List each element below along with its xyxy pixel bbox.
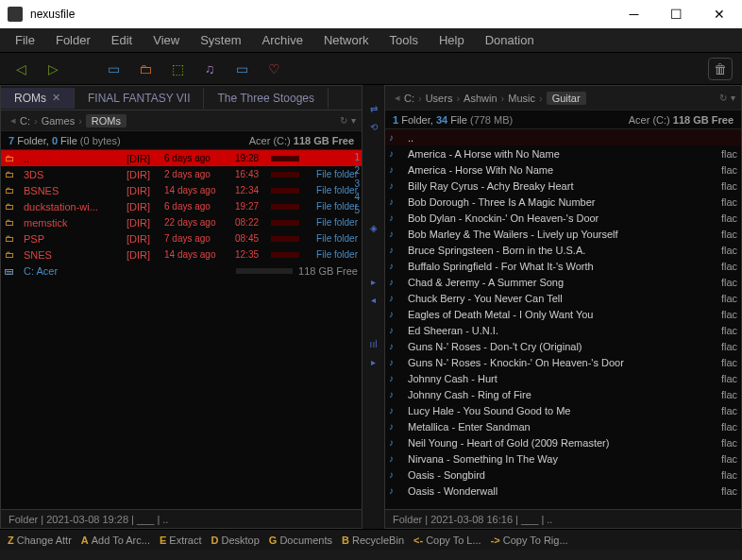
bottom-action[interactable]: GDocuments [265, 533, 336, 548]
bottom-action[interactable]: AAdd To Arc... [77, 533, 154, 548]
menu-help[interactable]: Help [430, 30, 474, 50]
menu-donation[interactable]: Donation [476, 30, 544, 50]
music-icon: ♪ [389, 212, 404, 223]
table-row[interactable]: ♪ Buffalo Springfield - For What It-'s W… [385, 258, 741, 274]
table-row[interactable]: 🗀 BSNES [DIR] 14 days ago 12:34 File fol… [1, 182, 362, 198]
close-button[interactable]: ✕ [698, 0, 740, 28]
forward-icon[interactable]: ▷ [42, 59, 64, 79]
table-row[interactable]: ♪ Bruce Springsteen - Born in the U.S.A.… [385, 242, 741, 258]
table-row[interactable]: ♪ .. [385, 129, 741, 145]
menu-tools[interactable]: Tools [380, 30, 428, 50]
bottom-action[interactable]: <-Copy To L... [410, 533, 485, 548]
bottom-action[interactable]: EExtract [156, 533, 206, 548]
bottom-action[interactable]: ZChange Attr [4, 533, 76, 548]
left-icon[interactable]: ◂ [371, 295, 376, 305]
caret-icon[interactable]: ▸ [371, 357, 376, 367]
table-row[interactable]: 🗀 duckstation-wi... [DIR] 6 days ago 19:… [1, 198, 362, 214]
menu-folder[interactable]: Folder [46, 30, 100, 50]
right-icon[interactable]: ▸ [371, 277, 376, 287]
right-filelist[interactable]: ♪ .. ♪ America - A Horse with No Name fl… [385, 129, 741, 509]
table-row[interactable]: ♪ Eagles of Death Metal - I Only Want Yo… [385, 306, 741, 322]
table-row[interactable]: ♪ Nirvana - Something In The Way flac [385, 450, 741, 467]
table-row[interactable]: ♪ Chad & Jeremy - A Summer Song flac [385, 274, 741, 290]
table-row[interactable]: ♪ America - A Horse with No Name flac [385, 145, 741, 161]
table-row[interactable]: ♪ Bob Marley & The Wailers - Lively up Y… [385, 226, 741, 242]
table-row[interactable]: ♪ Johnny Cash - Ring of Fire flac [385, 386, 741, 402]
table-row[interactable]: ♪ Metallica - Enter Sandman flac [385, 418, 741, 434]
diamond-icon[interactable]: ◈ [370, 223, 378, 233]
bottom-action[interactable]: ->Copy To Rig... [487, 533, 572, 548]
table-row[interactable]: ♪ Chuck Berry - You Never Can Tell flac [385, 290, 741, 306]
music-icon: ♪ [389, 357, 404, 367]
table-row[interactable]: ♪ Johnny Cash - Hurt flac [385, 370, 741, 386]
trash-icon[interactable]: 🗑 [708, 58, 733, 80]
table-row[interactable]: ♪ Oasis - Wonderwall flac [385, 483, 741, 499]
menu-archive[interactable]: Archive [253, 30, 312, 50]
left-summary: 7 Folder, 0 File (0 bytes) Acer (C:) 118… [1, 131, 362, 150]
table-row[interactable]: 🗀 3DS [DIR] 2 days ago 16:43 File folder [1, 166, 362, 182]
maximize-button[interactable]: ☐ [655, 0, 698, 28]
menu-system[interactable]: System [191, 30, 250, 50]
right-pane: ◂ C:› Users› Ashwin› Music› Guitar ↻▾ 1 … [384, 85, 742, 529]
chevron-down-icon[interactable]: ▾ [731, 93, 735, 103]
menu-network[interactable]: Network [314, 30, 379, 50]
tab-roms[interactable]: ROMs✕ [1, 88, 75, 109]
window-title: nexusfile [28, 8, 613, 21]
music-icon[interactable]: ♫ [198, 59, 221, 79]
music-icon: ♪ [389, 405, 404, 416]
middle-toolbar: ⇄ ⟲ ◈ ▸ ◂ ııl ▸ [363, 85, 384, 529]
tab-stooges[interactable]: The Three Stooges [204, 88, 329, 109]
menu-file[interactable]: File [6, 30, 44, 50]
table-row[interactable]: ♪ Guns N-' Roses - Knockin-' On Heaven-'… [385, 354, 741, 370]
device-icon[interactable]: ▭ [230, 59, 253, 79]
table-row[interactable]: 🗀 .. [DIR] 6 days ago 19:28 [1, 150, 362, 166]
bottom-action[interactable]: BRecycleBin [338, 533, 408, 548]
bars-icon[interactable]: ııl [370, 339, 378, 349]
table-row[interactable]: ♪ Bob Dorough - Three Is A Magic Number … [385, 194, 741, 210]
bottom-bar: ZChange AttrAAdd To Arc...EExtractDDeskt… [0, 529, 742, 550]
folder-icon: 🗀 [5, 153, 20, 163]
music-icon: ♪ [389, 148, 404, 159]
menu-view[interactable]: View [143, 30, 189, 50]
table-row[interactable]: 🗀 PSP [DIR] 7 days ago 08:45 File folder [1, 230, 362, 246]
refresh-icon[interactable]: ↻ [719, 93, 727, 103]
table-row[interactable]: ♪ America - Horse With No Name flac [385, 161, 741, 178]
camera-icon[interactable]: ⬚ [166, 59, 189, 79]
table-row[interactable]: ♪ Lucy Hale - You Sound Good to Me flac [385, 402, 741, 418]
table-row[interactable]: ♪ Ed Sheeran - U.N.I. flac [385, 322, 741, 338]
folder-icon: 🗀 [5, 249, 20, 260]
swap-icon[interactable]: ⇄ [370, 104, 378, 114]
bottom-action[interactable]: DDesktop [208, 533, 263, 548]
table-row[interactable]: 🗀 SNES [DIR] 14 days ago 12:35 File fold… [1, 246, 362, 263]
music-icon: ♪ [389, 293, 404, 303]
folder-icon: ♪ [389, 132, 404, 143]
left-filelist[interactable]: 12345 🗀 .. [DIR] 6 days ago 19:28 🗀 3DS … [1, 150, 362, 509]
chevron-down-icon[interactable]: ▾ [351, 115, 356, 126]
right-breadcrumb[interactable]: ◂ C:› Users› Ashwin› Music› Guitar ↻▾ [385, 86, 741, 110]
table-row[interactable]: ♪ Billy Ray Cyrus - Achy Breaky Heart fl… [385, 178, 741, 194]
refresh-icon[interactable]: ↻ [340, 115, 347, 126]
music-icon: ♪ [389, 485, 404, 496]
minimize-button[interactable]: ─ [613, 0, 655, 28]
app-icon [8, 7, 23, 22]
window-icon[interactable]: ▭ [102, 59, 125, 79]
menu-edit[interactable]: Edit [102, 30, 142, 50]
table-row[interactable]: ♪ Oasis - Songbird flac [385, 467, 741, 483]
heart-icon[interactable]: ♡ [262, 59, 285, 79]
close-icon[interactable]: ✕ [52, 92, 60, 104]
folder-icon[interactable]: 🗀 [134, 59, 157, 79]
table-row[interactable]: ♪ Bob Dylan - Knockin-' On Heaven-'s Doo… [385, 210, 741, 226]
tab-ff7[interactable]: FINAL FANTASY VII [75, 88, 204, 109]
folder-icon: 🗀 [5, 217, 20, 228]
drive-row[interactable]: 🖴C: Acer118 GB Free [1, 263, 362, 279]
table-row[interactable]: ♪ Neil Young - Heart of Gold (2009 Remas… [385, 434, 741, 450]
music-icon: ♪ [389, 229, 404, 239]
left-breadcrumb[interactable]: ◂ C:› Games› ROMs ↻▾ [1, 110, 362, 131]
right-status: Folder | 2021-03-08 16:16 | ___ | .. [385, 509, 741, 528]
table-row[interactable]: 🗀 memstick [DIR] 22 days ago 08:22 File … [1, 214, 362, 230]
table-row[interactable]: ♪ Guns N-' Roses - Don-'t Cry (Original)… [385, 338, 741, 354]
music-icon: ♪ [389, 469, 404, 480]
music-icon: ♪ [389, 421, 404, 432]
back-icon[interactable]: ◁ [9, 59, 32, 79]
sync-icon[interactable]: ⟲ [370, 122, 378, 132]
